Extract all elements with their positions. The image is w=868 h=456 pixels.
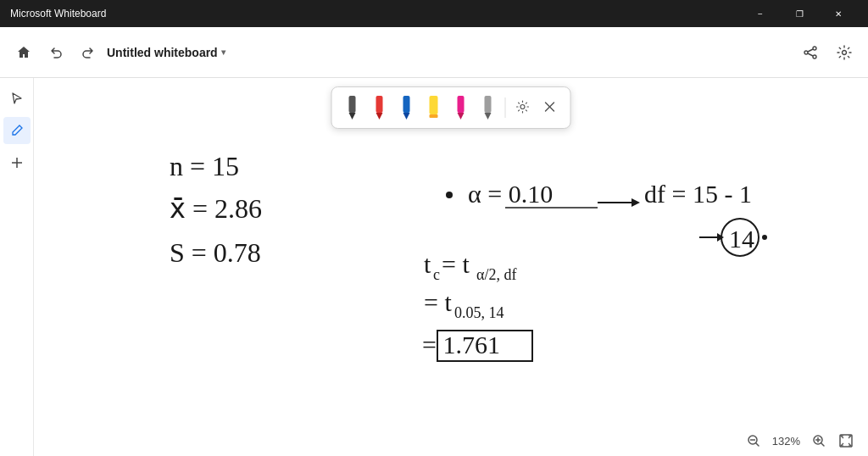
svg-rect-44 (437, 331, 532, 361)
toolbar-right-actions (797, 39, 858, 66)
canvas-area[interactable]: n = 15 x̄ = 2.86 S = 0.78 α = 0.10 df = … (34, 78, 868, 456)
svg-rect-18 (485, 96, 492, 113)
svg-marker-17 (458, 113, 465, 120)
yellow-highlighter-tool[interactable] (422, 92, 446, 123)
titlebar-left: Microsoft Whiteboard (10, 8, 106, 19)
add-tool-button[interactable] (3, 149, 31, 176)
main-toolbar: Untitled whiteboard ▾ (0, 27, 868, 78)
svg-point-0 (813, 47, 816, 50)
svg-text:n = 15: n = 15 (170, 151, 239, 181)
svg-text:= t: = t (442, 250, 470, 278)
svg-line-46 (755, 443, 759, 447)
titlebar-controls: − ❐ ✕ (741, 0, 858, 27)
svg-text:14: 14 (729, 225, 754, 253)
close-button[interactable]: ✕ (819, 0, 858, 27)
blue-pen-tool[interactable] (395, 92, 419, 123)
svg-text:df = 15 - 1: df = 15 - 1 (644, 180, 752, 208)
svg-text:= t: = t (424, 288, 452, 316)
pen-toolbar (331, 86, 571, 129)
app-name: Microsoft Whiteboard (10, 8, 106, 19)
svg-marker-9 (349, 113, 356, 120)
svg-line-3 (808, 49, 813, 52)
gray-pen-tool[interactable] (476, 92, 500, 123)
svg-point-36 (762, 235, 767, 240)
svg-rect-10 (376, 96, 383, 113)
home-button[interactable] (10, 39, 37, 66)
red-pen-tool[interactable] (368, 92, 392, 123)
whiteboard-title: Untitled whiteboard (107, 46, 218, 59)
svg-point-33 (721, 219, 759, 256)
svg-point-26 (446, 192, 453, 198)
svg-line-4 (808, 53, 813, 56)
svg-point-5 (843, 50, 847, 54)
svg-text:α = 0.10: α = 0.10 (468, 180, 553, 208)
title-chevron: ▾ (221, 47, 225, 57)
pen-settings-button[interactable] (511, 92, 535, 123)
fit-to-screen-button[interactable] (834, 429, 858, 453)
svg-text:c: c (433, 266, 440, 283)
whiteboard-title-area[interactable]: Untitled whiteboard ▾ (107, 46, 225, 59)
svg-point-20 (520, 105, 525, 109)
svg-text:0.05, 14: 0.05, 14 (454, 304, 504, 321)
svg-marker-30 (632, 198, 640, 207)
restore-button[interactable]: ❐ (780, 0, 819, 27)
zoom-level-display: 132% (769, 435, 804, 448)
svg-rect-14 (430, 96, 438, 114)
zoom-out-button[interactable] (742, 429, 765, 453)
svg-text:α/2, df: α/2, df (476, 266, 516, 283)
svg-text:= 1.761: = 1.761 (422, 331, 500, 359)
svg-rect-16 (458, 96, 465, 113)
statusbar: 132% (732, 425, 868, 456)
left-tools-panel (0, 78, 34, 456)
svg-rect-8 (349, 96, 356, 113)
undo-button[interactable] (42, 39, 70, 66)
svg-rect-15 (430, 114, 438, 118)
black-pen-tool[interactable] (341, 92, 364, 123)
svg-marker-11 (376, 113, 383, 120)
share-button[interactable] (797, 39, 824, 66)
svg-line-49 (821, 443, 825, 447)
titlebar: Microsoft Whiteboard − ❐ ✕ (0, 0, 868, 27)
pen-toolbar-close-button[interactable] (538, 92, 562, 123)
svg-marker-35 (717, 233, 724, 242)
redo-button[interactable] (75, 39, 102, 66)
minimize-button[interactable]: − (741, 0, 780, 27)
pen-toolbar-divider (505, 97, 506, 118)
settings-button[interactable] (831, 39, 858, 66)
svg-marker-13 (403, 113, 410, 120)
svg-text:x̄ = 2.86: x̄ = 2.86 (170, 193, 262, 224)
pen-tool-button[interactable] (3, 117, 31, 144)
svg-marker-19 (485, 113, 492, 120)
math-content: n = 15 x̄ = 2.86 S = 0.78 α = 0.10 df = … (34, 78, 868, 456)
zoom-in-button[interactable] (807, 429, 831, 453)
svg-point-2 (813, 55, 816, 58)
svg-text:S = 0.78: S = 0.78 (170, 237, 261, 268)
svg-rect-12 (403, 96, 410, 113)
svg-point-1 (804, 51, 808, 54)
svg-text:t: t (424, 250, 431, 278)
main-area: n = 15 x̄ = 2.86 S = 0.78 α = 0.10 df = … (0, 78, 868, 456)
pink-pen-tool[interactable] (449, 92, 473, 123)
select-tool-button[interactable] (3, 85, 31, 112)
